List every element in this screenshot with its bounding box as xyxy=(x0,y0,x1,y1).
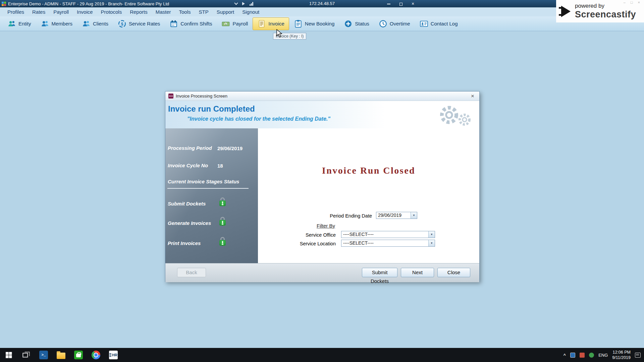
menu-bar: Profiles Rates Payroll Invoice Protocols… xyxy=(0,7,644,16)
invoice-cycle-label: Invoice Cycle No xyxy=(168,163,208,168)
dialog-heading: Invoice run Completed xyxy=(168,104,479,114)
toolbar: Entity Members Clients $ Service Rates C… xyxy=(0,16,644,31)
toolbar-label: Payroll xyxy=(232,21,248,26)
stages-heading: Current Invoice Stages Status xyxy=(168,179,239,184)
clock-time: 12:06 PM xyxy=(612,350,631,355)
clock[interactable]: 12:06 PM 9/11/2019 xyxy=(612,350,631,361)
service-location-dropdown[interactable]: ----SELECT---- ▼ xyxy=(341,240,435,247)
service-location-label: Service Location xyxy=(258,241,336,246)
menu-item-master[interactable]: Master xyxy=(152,8,175,16)
store-app-button[interactable] xyxy=(70,348,87,362)
dialog-sidebar: Processing Period 29/06/2019 Invoice Cyc… xyxy=(165,128,258,263)
toolbar-label: Service Rates xyxy=(129,21,160,26)
chevron-down-icon[interactable]: ▼ xyxy=(411,212,417,219)
folder-icon xyxy=(57,353,65,359)
toolbar-label: New Booking xyxy=(305,21,334,26)
service-office-label: Service Office xyxy=(258,232,336,238)
ip-address: 172.24.48.57 xyxy=(309,0,335,7)
brand-text: Screencastify xyxy=(575,9,636,20)
toolbar-item-clients[interactable]: Clients xyxy=(77,17,113,30)
tray-app-icon-2[interactable] xyxy=(580,353,585,358)
menu-item-signout[interactable]: Signout xyxy=(238,8,263,16)
taskbar: >_ HR ^ ENG 12:06 PM 9/11/2019 xyxy=(0,348,644,362)
maximize-button[interactable] xyxy=(397,0,405,7)
hr-app-button[interactable]: HR xyxy=(105,348,122,362)
toolbar-label: Clients xyxy=(93,21,108,26)
people-icon xyxy=(41,19,49,28)
toolbar-label: Overtime xyxy=(390,21,410,26)
dollar-cycle-icon: $ xyxy=(118,19,126,28)
dialog-titlebar[interactable]: Invoice Processing Screen × xyxy=(165,92,479,101)
stage-print-invoices: Print Invoices xyxy=(168,240,201,246)
signal-bars-icon xyxy=(250,2,253,6)
action-center-icon[interactable] xyxy=(635,353,641,358)
chevron-down-icon[interactable] xyxy=(234,1,238,5)
menu-item-tools[interactable]: Tools xyxy=(175,8,195,16)
next-button[interactable]: Next xyxy=(401,268,434,277)
service-office-dropdown[interactable]: ----SELECT---- ▼ xyxy=(341,231,435,238)
close-dialog-button[interactable]: Close xyxy=(437,268,470,277)
toolbar-item-new-booking[interactable]: New Booking xyxy=(289,17,339,30)
start-button[interactable] xyxy=(0,348,17,362)
back-button[interactable]: Back xyxy=(177,268,206,277)
toolbar-item-entity[interactable]: Entity xyxy=(3,17,36,30)
hr-app-icon: HR xyxy=(109,351,118,359)
media-icon[interactable] xyxy=(242,2,245,5)
chrome-app-button[interactable] xyxy=(87,348,105,362)
svg-text:$: $ xyxy=(121,21,123,26)
invoice-run-closed-heading: Invoice Run Closed xyxy=(258,165,479,176)
tray-app-icon-3[interactable] xyxy=(589,353,594,358)
toolbar-item-status[interactable]: Status xyxy=(339,17,374,30)
chevron-down-icon[interactable]: ▼ xyxy=(428,240,435,246)
dialog-close-icon[interactable]: × xyxy=(469,93,476,100)
period-ending-date-value: 29/06/2019 xyxy=(376,212,411,219)
toolbar-item-confirm-shifts[interactable]: Confirm Shifts xyxy=(165,17,217,30)
service-office-value: ----SELECT---- xyxy=(341,231,428,238)
menu-item-rates[interactable]: Rates xyxy=(28,8,49,16)
task-view-button[interactable] xyxy=(17,348,35,362)
toolbar-label: Members xyxy=(52,21,73,26)
clock-date: 9/11/2019 xyxy=(612,355,631,360)
stages-divider xyxy=(167,188,249,189)
toolbar-item-contact-log[interactable]: Contact Log xyxy=(415,17,463,30)
gears-decoration-icon xyxy=(437,103,473,128)
screencastify-logo-icon xyxy=(558,5,573,18)
dialog-subheading: "Invoice cycle has closed for the select… xyxy=(187,116,479,122)
toolbar-item-payroll[interactable]: $ Payroll xyxy=(217,17,253,30)
toolbar-item-invoice[interactable]: Invoice xyxy=(253,17,289,30)
menu-item-protocols[interactable]: Protocols xyxy=(97,8,126,16)
tray-app-icon-1[interactable] xyxy=(570,353,575,358)
chevron-down-icon[interactable]: ▼ xyxy=(428,231,435,238)
menu-item-reports[interactable]: Reports xyxy=(126,8,152,16)
menu-item-stp[interactable]: STP xyxy=(195,8,213,16)
submit-dockets-button[interactable]: Submit Dockets xyxy=(362,268,397,277)
toolbar-label: Contact Log xyxy=(431,21,458,26)
calendar-icon xyxy=(169,19,178,28)
status-plus-icon xyxy=(344,19,353,28)
powershell-icon: >_ xyxy=(39,351,48,359)
clock-icon xyxy=(379,19,387,28)
people-icon xyxy=(7,19,16,28)
tray-chevron-up-icon[interactable]: ^ xyxy=(564,353,566,358)
language-indicator[interactable]: ENG xyxy=(598,353,608,358)
powershell-app-button[interactable]: >_ xyxy=(35,348,52,362)
file-explorer-button[interactable] xyxy=(52,348,70,362)
toolbar-item-members[interactable]: Members xyxy=(36,17,77,30)
minimize-button[interactable] xyxy=(385,0,392,7)
window-titlebar[interactable]: Enterprise Demo - ADMIN - STAFF - 29 Aug… xyxy=(0,0,644,7)
close-button[interactable]: × xyxy=(409,0,417,7)
dialog-footer: Back Submit Dockets Next Close xyxy=(165,263,479,282)
browser-window-controls[interactable]: – □ × xyxy=(624,0,642,4)
dialog-header: Invoice run Completed "Invoice cycle has… xyxy=(165,101,479,128)
contact-card-icon xyxy=(420,19,428,28)
clipboard-icon xyxy=(294,19,303,28)
lock-icon xyxy=(219,237,226,246)
period-ending-date-dropdown[interactable]: 29/06/2019 ▼ xyxy=(376,212,417,219)
toolbar-item-overtime[interactable]: Overtime xyxy=(374,17,415,30)
toolbar-item-service-rates[interactable]: $ Service Rates xyxy=(113,17,165,30)
menu-item-profiles[interactable]: Profiles xyxy=(3,8,28,16)
windows-logo-icon xyxy=(5,351,13,359)
menu-item-payroll[interactable]: Payroll xyxy=(49,8,73,16)
menu-item-support[interactable]: Support xyxy=(213,8,238,16)
menu-item-invoice[interactable]: Invoice xyxy=(73,8,97,16)
